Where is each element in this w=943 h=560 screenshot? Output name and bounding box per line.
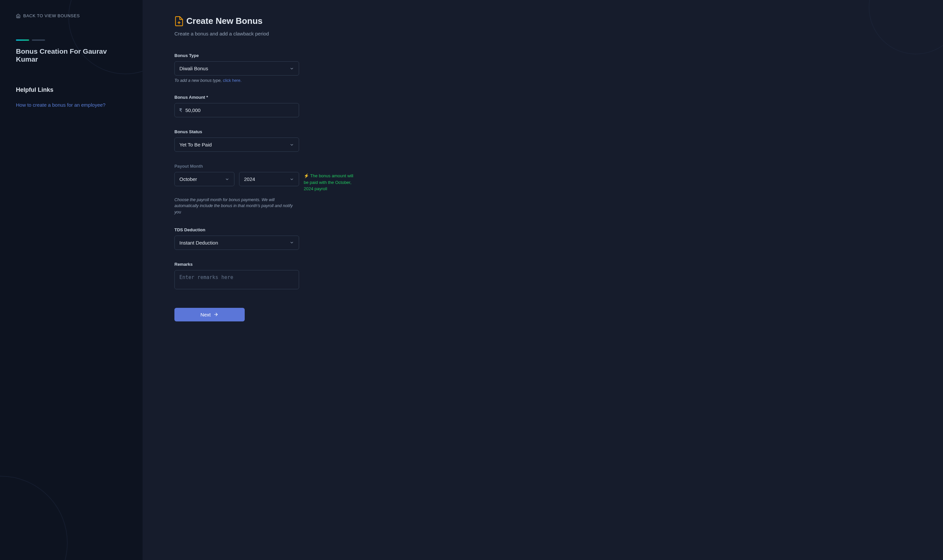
payout-month-label: Payout Month xyxy=(174,164,911,169)
bonus-amount-input[interactable] xyxy=(174,103,299,117)
add-bonus-type-link[interactable]: click here. xyxy=(223,78,241,83)
payout-month-select[interactable]: October xyxy=(174,172,234,186)
bonus-status-label: Bonus Status xyxy=(174,129,911,134)
page-title: Create New Bonus xyxy=(186,16,263,26)
chevron-down-icon xyxy=(290,240,294,245)
sidebar-title: Bonus Creation For Gaurav Kumar xyxy=(16,48,127,63)
payout-year-select[interactable]: 2024 xyxy=(239,172,299,186)
page-subtitle: Create a bonus and add a clawback period xyxy=(174,31,911,37)
bonus-amount-group: Bonus Amount * ₹ xyxy=(174,95,911,117)
chevron-down-icon xyxy=(290,143,294,147)
sidebar: BACK TO VIEW BOUNSES Bonus Creation For … xyxy=(0,0,143,560)
bonus-type-select[interactable]: Diwali Bonus xyxy=(174,61,299,75)
bonus-status-select[interactable]: Yet To Be Paid xyxy=(174,137,299,152)
chevron-down-icon xyxy=(225,177,230,182)
back-to-bonuses-link[interactable]: BACK TO VIEW BOUNSES xyxy=(16,13,127,18)
helpful-links-section: Helpful Links How to create a bonus for … xyxy=(16,86,127,108)
chevron-down-icon xyxy=(290,177,294,182)
tds-deduction-group: TDS Deduction Instant Deduction xyxy=(174,227,911,250)
document-plus-icon xyxy=(174,16,184,26)
tds-deduction-value: Instant Deduction xyxy=(179,240,218,246)
helpful-link-how-to-create[interactable]: How to create a bonus for an employee? xyxy=(16,102,127,108)
tds-deduction-label: TDS Deduction xyxy=(174,227,911,232)
bonus-type-group: Bonus Type Diwali Bonus To add a new bon… xyxy=(174,53,911,83)
back-label: BACK TO VIEW BOUNSES xyxy=(23,13,80,18)
tds-deduction-select[interactable]: Instant Deduction xyxy=(174,235,299,250)
payout-month-group: Payout Month October 2024 xyxy=(174,164,911,215)
step-2 xyxy=(32,39,45,41)
bonus-type-helper: To add a new bonus type, click here. xyxy=(174,78,911,83)
bonus-amount-label: Bonus Amount * xyxy=(174,95,911,100)
remarks-group: Remarks xyxy=(174,262,911,291)
bonus-form: Bonus Type Diwali Bonus To add a new bon… xyxy=(174,53,911,322)
remarks-input[interactable] xyxy=(174,270,299,289)
chevron-down-icon xyxy=(290,66,294,71)
next-button[interactable]: Next xyxy=(174,308,245,322)
payout-month-value: October xyxy=(179,176,197,182)
payout-helper: Choose the payroll month for bonus payme… xyxy=(174,197,299,215)
progress-steps xyxy=(16,39,127,41)
arrow-right-icon xyxy=(213,312,219,317)
main-content: Create New Bonus Create a bonus and add … xyxy=(143,0,943,560)
next-button-label: Next xyxy=(200,312,211,317)
payout-note: ⚡ The bonus amount will be paid with the… xyxy=(304,172,357,192)
currency-symbol: ₹ xyxy=(179,108,182,113)
bonus-type-value: Diwali Bonus xyxy=(179,66,208,71)
helpful-links-title: Helpful Links xyxy=(16,86,127,94)
page-header: Create New Bonus xyxy=(174,16,911,26)
step-1 xyxy=(16,39,29,41)
bonus-status-group: Bonus Status Yet To Be Paid xyxy=(174,129,911,152)
payout-year-value: 2024 xyxy=(244,176,255,182)
remarks-label: Remarks xyxy=(174,262,911,267)
bonus-status-value: Yet To Be Paid xyxy=(179,142,212,148)
bonus-type-label: Bonus Type xyxy=(174,53,911,58)
home-icon xyxy=(16,14,20,18)
